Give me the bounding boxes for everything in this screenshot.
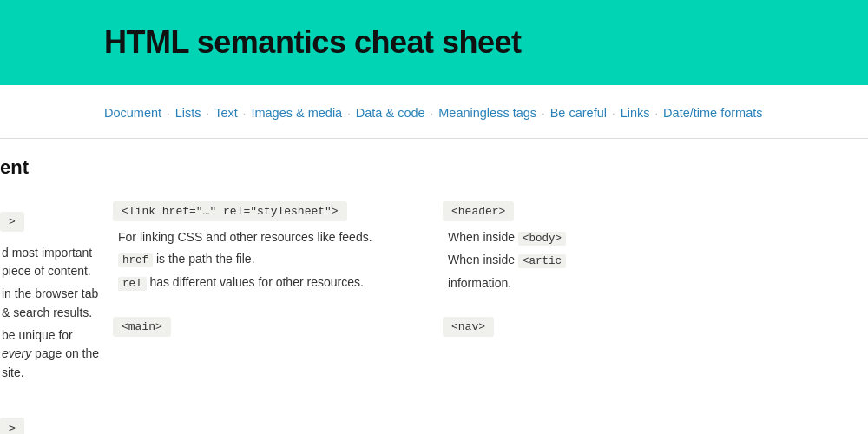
right-code-block: <header>	[443, 201, 720, 228]
nav-sep-2: ·	[207, 103, 210, 123]
right-desc-line3: information.	[448, 274, 720, 293]
page-title: HTML semantics cheat sheet	[104, 24, 781, 61]
right-bottom-tag: <nav>	[443, 317, 494, 337]
middle-code-tag: <link href="…" rel="stylesheet">	[113, 201, 347, 221]
nav-sep-4: ·	[347, 103, 351, 123]
middle-bottom-tag: <main>	[113, 317, 171, 337]
left-code-tag: >	[0, 212, 24, 232]
nav-link-links[interactable]: Links	[621, 102, 650, 124]
nav-link-meaningless[interactable]: Meaningless tags	[438, 102, 536, 124]
nav-link-careful[interactable]: Be careful	[550, 102, 607, 124]
article-code: <artic	[518, 254, 566, 268]
italic-every: every	[2, 346, 31, 360]
right-bottom-tag-block: <nav>	[443, 317, 720, 344]
middle-desc-line3: rel has different values for other resou…	[118, 273, 425, 293]
nav-sep-3: ·	[243, 103, 247, 123]
middle-desc: For linking CSS and other resources like…	[113, 228, 425, 293]
left-desc-line2: in the browser tab & search results.	[2, 285, 104, 322]
nav-link-datetime[interactable]: Date/time formats	[663, 102, 762, 124]
nav-link-document[interactable]: Document	[104, 102, 161, 124]
middle-col: <link href="…" rel="stylesheet"> For lin…	[104, 156, 425, 434]
left-bottom-row: >	[0, 418, 104, 434]
nav-sep-1: ·	[167, 103, 170, 123]
body-code: <body>	[518, 232, 566, 246]
right-desc-line1: When inside <body>	[448, 228, 720, 247]
nav-sep-6: ·	[542, 103, 545, 123]
nav-links: Document · Lists · Text · Images & media…	[104, 101, 764, 126]
nav-link-images[interactable]: Images & media	[251, 102, 342, 124]
middle-bottom-tag-block: <main>	[113, 317, 425, 344]
right-desc-line2: When inside <artic	[448, 251, 720, 270]
left-desc: d most important piece of content. in th…	[0, 244, 104, 386]
nav-sep-5: ·	[431, 103, 434, 123]
header-banner: HTML semantics cheat sheet	[0, 0, 868, 85]
nav-bar: Document · Lists · Text · Images & media…	[0, 85, 868, 139]
middle-desc-line2: href is the path the file.	[118, 250, 425, 269]
left-code-block: >	[0, 212, 104, 239]
nav-link-lists[interactable]: Lists	[175, 102, 201, 124]
main-content: ent > d most important piece of content.…	[0, 139, 868, 434]
left-partial-col: ent > d most important piece of content.…	[0, 156, 104, 434]
left-desc-line3: be unique for every page on the site.	[2, 326, 104, 383]
nav-link-text[interactable]: Text	[214, 102, 238, 124]
right-col: <header> When inside <body> When inside …	[425, 156, 720, 434]
rel-code: rel	[118, 277, 147, 291]
middle-desc-line1: For linking CSS and other resources like…	[118, 228, 425, 247]
right-desc: When inside <body> When inside <artic in…	[443, 228, 720, 293]
left-desc-line1: d most important piece of content.	[2, 244, 104, 281]
href-code: href	[118, 253, 153, 267]
left-bottom-tag: >	[0, 418, 24, 434]
middle-code-block: <link href="…" rel="stylesheet">	[113, 201, 425, 228]
section-heading-partial: ent	[0, 156, 104, 179]
nav-sep-8: ·	[654, 103, 658, 123]
nav-link-data[interactable]: Data & code	[356, 102, 425, 124]
right-code-tag: <header>	[443, 201, 514, 221]
nav-sep-7: ·	[612, 103, 615, 123]
